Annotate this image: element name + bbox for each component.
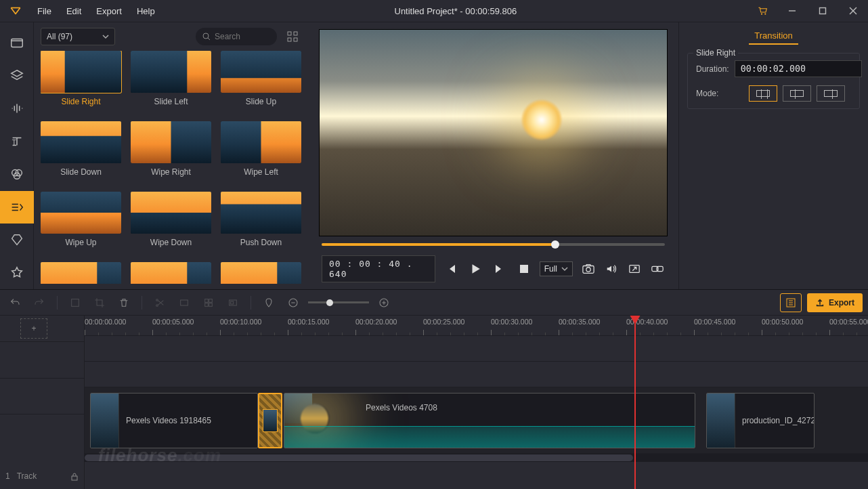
spacer-row [0, 378, 84, 414]
menu-file[interactable]: File [30, 3, 58, 20]
mode-label: Mode: [696, 89, 743, 98]
duration-input[interactable] [735, 60, 862, 77]
timeline-clip[interactable]: Pexels Videos 1918465 [90, 393, 258, 448]
zoom-out-button[interactable] [284, 293, 303, 312]
sidebar-item-filters[interactable] [0, 158, 34, 191]
stop-button[interactable] [517, 261, 531, 276]
empty-track[interactable] [85, 336, 868, 362]
transition-thumb [221, 121, 301, 163]
clip-name: Pexels Videos 1918465 [119, 416, 218, 425]
scrollbar-thumb[interactable] [85, 454, 633, 461]
scrub-fill [322, 243, 555, 246]
sidebar-item-text[interactable]: T [0, 125, 34, 158]
clip-name: Pexels Videos 4708 [359, 403, 444, 412]
transition-item[interactable]: Slide Down [41, 121, 121, 189]
transitions-filter-dropdown[interactable]: All (97) [41, 28, 115, 45]
mode-overlap-button[interactable] [749, 85, 777, 102]
menu-edit[interactable]: Edit [60, 3, 88, 20]
window-title: Untitled Project* - 00:00:59.806 [162, 6, 750, 16]
transition-thumb [41, 262, 121, 284]
detach-preview-button[interactable] [627, 261, 642, 276]
timeline-transition[interactable] [258, 393, 282, 448]
sidebar-item-transitions[interactable] [0, 191, 34, 224]
scrub-handle[interactable] [551, 240, 559, 249]
next-frame-button[interactable] [492, 261, 507, 276]
app-logo [0, 5, 30, 17]
transitions-search[interactable] [196, 28, 277, 45]
timeline-ruler[interactable]: 00:00:00.00000:00:05.00000:00:10.00000:0… [85, 316, 868, 336]
track-label: Track [17, 471, 37, 481]
add-track-button[interactable]: + [20, 318, 47, 339]
transition-item[interactable]: Wipe Left [221, 121, 301, 189]
delete-button[interactable] [114, 293, 133, 312]
video-track[interactable]: Pexels Videos 1918465Pexels Videos 4708p… [85, 387, 868, 454]
lock-icon[interactable] [70, 473, 79, 481]
empty-track[interactable] [85, 362, 868, 387]
volume-button[interactable] [604, 261, 619, 276]
transition-tab[interactable]: Transition [749, 28, 798, 45]
mode-suffix-button[interactable] [817, 85, 845, 102]
zoom-handle[interactable] [326, 299, 333, 306]
preview-scrubber[interactable] [319, 243, 668, 246]
transition-item[interactable] [131, 262, 211, 284]
auto-reframe-button[interactable] [780, 293, 802, 312]
mode-prefix-button[interactable] [783, 85, 811, 102]
undo-button[interactable] [5, 293, 24, 312]
timeline-clip[interactable]: Pexels Videos 4708 [284, 393, 695, 448]
transition-label: Slide Down [60, 167, 102, 177]
play-button[interactable] [468, 261, 483, 276]
ruler-label: 00:00:05.000 [152, 318, 194, 326]
snapshot-button[interactable] [581, 261, 596, 276]
sidebar-item-layers[interactable] [0, 60, 34, 93]
timeline-scrollbar[interactable] [85, 454, 868, 462]
tool-select [66, 293, 85, 312]
close-button[interactable] [838, 0, 868, 22]
menu-help[interactable]: Help [130, 3, 162, 20]
zoom-slider[interactable] [308, 301, 369, 303]
transition-item[interactable]: Slide Right [41, 51, 121, 119]
sidebar-item-favorites[interactable] [0, 257, 34, 290]
minimize-button[interactable] [777, 0, 807, 22]
transition-item[interactable] [221, 262, 301, 284]
transition-label: Slide Right [61, 97, 100, 106]
menu-export[interactable]: Export [89, 3, 129, 20]
prev-frame-button[interactable] [443, 261, 458, 276]
transition-item[interactable]: Push Down [221, 192, 301, 259]
maximize-button[interactable] [807, 0, 838, 22]
titlebar: File Edit Export Help Untitled Project* … [0, 0, 868, 22]
grid-view-toggle[interactable] [284, 28, 301, 45]
transition-item[interactable]: Wipe Right [131, 121, 211, 189]
preview-canvas[interactable] [319, 29, 668, 236]
search-icon [202, 33, 211, 41]
svg-rect-16 [294, 38, 297, 41]
export-button[interactable]: Export [807, 293, 863, 312]
transitions-panel: All (97) Slide RightSlide LeftSlide UpSl… [34, 22, 308, 289]
sidebar-item-media[interactable] [0, 26, 34, 60]
svg-rect-26 [181, 300, 188, 305]
playhead[interactable] [634, 316, 636, 489]
track-header[interactable]: 1 Track [0, 414, 84, 489]
cart-icon[interactable] [750, 6, 777, 16]
ruler-label: 00:00:15.000 [288, 318, 329, 326]
timeline-tracks[interactable]: 00:00:00.00000:00:05.00000:00:10.00000:0… [85, 316, 868, 489]
transition-thumb [131, 121, 211, 163]
clip-name: production_ID_4272655 [735, 416, 815, 425]
transitions-search-input[interactable] [215, 32, 269, 41]
transition-thumb [221, 51, 301, 93]
transition-item[interactable] [41, 262, 121, 284]
timeline-clip[interactable]: production_ID_4272655 [706, 393, 815, 448]
tool-mosaic [199, 293, 218, 312]
zoom-in-button[interactable] [374, 293, 393, 312]
tool-text [175, 293, 194, 312]
timeline-toolbar: Export [0, 290, 868, 316]
sidebar-item-audio[interactable] [0, 92, 34, 125]
transition-item[interactable]: Wipe Down [131, 192, 211, 259]
marker-button[interactable] [259, 293, 278, 312]
loop-button[interactable] [650, 261, 665, 276]
transition-item[interactable]: Wipe Up [41, 192, 121, 259]
transition-item[interactable]: Slide Up [221, 51, 301, 119]
scrub-track[interactable] [322, 243, 665, 246]
preview-quality-select[interactable]: Full [540, 261, 573, 276]
transition-item[interactable]: Slide Left [131, 51, 211, 119]
sidebar-item-elements[interactable] [0, 224, 34, 257]
